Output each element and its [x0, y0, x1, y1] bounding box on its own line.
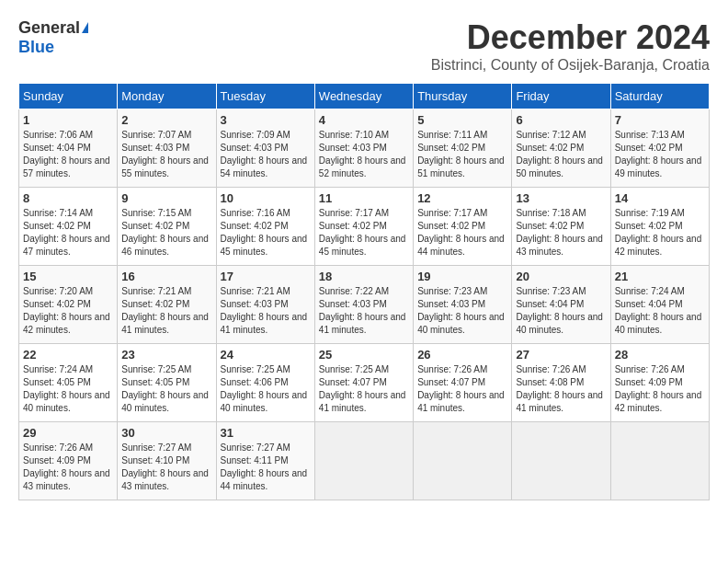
day-number: 17: [221, 270, 311, 283]
header-tuesday: Tuesday: [216, 84, 314, 109]
day-info: Sunrise: 7:24 AMSunset: 4:04 PMDaylight:…: [615, 286, 702, 335]
day-info: Sunrise: 7:26 AMSunset: 4:08 PMDaylight:…: [516, 364, 603, 413]
day-cell-2: 2 Sunrise: 7:07 AMSunset: 4:03 PMDayligh…: [118, 109, 216, 188]
day-cell-29: 29 Sunrise: 7:26 AMSunset: 4:09 PMDaylig…: [19, 422, 118, 500]
header-saturday: Saturday: [610, 84, 709, 109]
day-info: Sunrise: 7:20 AMSunset: 4:02 PMDaylight:…: [23, 286, 110, 335]
day-number: 26: [417, 348, 507, 362]
day-info: Sunrise: 7:26 AMSunset: 4:09 PMDaylight:…: [23, 442, 110, 491]
empty-cell: [512, 422, 610, 500]
day-number: 6: [516, 113, 606, 127]
day-info: Sunrise: 7:14 AMSunset: 4:02 PMDaylight:…: [23, 208, 110, 257]
day-cell-13: 13 Sunrise: 7:18 AMSunset: 4:02 PMDaylig…: [512, 188, 610, 266]
day-info: Sunrise: 7:11 AMSunset: 4:02 PMDaylight:…: [417, 130, 505, 178]
empty-cell: [610, 422, 709, 500]
day-info: Sunrise: 7:25 AMSunset: 4:06 PMDaylight:…: [221, 364, 308, 413]
day-info: Sunrise: 7:25 AMSunset: 4:07 PMDaylight:…: [319, 364, 406, 413]
day-cell-1: 1 Sunrise: 7:06 AMSunset: 4:04 PMDayligh…: [19, 109, 118, 188]
day-cell-7: 7 Sunrise: 7:13 AMSunset: 4:02 PMDayligh…: [610, 109, 709, 188]
day-info: Sunrise: 7:23 AMSunset: 4:04 PMDaylight:…: [516, 286, 603, 335]
logo-blue: Blue: [18, 38, 54, 57]
day-info: Sunrise: 7:16 AMSunset: 4:02 PMDaylight:…: [221, 208, 308, 257]
day-info: Sunrise: 7:24 AMSunset: 4:05 PMDaylight:…: [23, 364, 110, 413]
day-number: 12: [417, 191, 507, 205]
day-cell-25: 25 Sunrise: 7:25 AMSunset: 4:07 PMDaylig…: [314, 344, 413, 422]
day-info: Sunrise: 7:10 AMSunset: 4:03 PMDaylight:…: [319, 130, 406, 178]
header-monday: Monday: [118, 84, 216, 109]
day-info: Sunrise: 7:12 AMSunset: 4:02 PMDaylight:…: [516, 130, 603, 178]
day-info: Sunrise: 7:19 AMSunset: 4:02 PMDaylight:…: [615, 208, 702, 257]
week-row-1: 1 Sunrise: 7:06 AMSunset: 4:04 PMDayligh…: [19, 109, 710, 188]
day-cell-24: 24 Sunrise: 7:25 AMSunset: 4:06 PMDaylig…: [216, 344, 314, 422]
day-info: Sunrise: 7:23 AMSunset: 4:03 PMDaylight:…: [417, 286, 505, 335]
day-number: 9: [121, 191, 211, 205]
header: General Blue December 2024 Bistrinci, Co…: [18, 18, 710, 74]
week-row-4: 22 Sunrise: 7:24 AMSunset: 4:05 PMDaylig…: [19, 344, 710, 422]
day-number: 30: [121, 426, 211, 440]
location-title: Bistrinci, County of Osijek-Baranja, Cro…: [431, 57, 710, 74]
day-cell-8: 8 Sunrise: 7:14 AMSunset: 4:02 PMDayligh…: [19, 188, 118, 266]
day-number: 31: [221, 426, 311, 440]
day-number: 11: [319, 191, 409, 205]
day-number: 21: [615, 270, 705, 283]
day-info: Sunrise: 7:26 AMSunset: 4:07 PMDaylight:…: [417, 364, 505, 413]
empty-cell: [414, 422, 512, 500]
day-info: Sunrise: 7:26 AMSunset: 4:09 PMDaylight:…: [615, 364, 702, 413]
day-number: 22: [23, 348, 113, 362]
day-number: 1: [23, 113, 113, 127]
day-info: Sunrise: 7:06 AMSunset: 4:04 PMDaylight:…: [23, 130, 110, 178]
day-cell-17: 17 Sunrise: 7:21 AMSunset: 4:03 PMDaylig…: [216, 266, 314, 344]
week-row-2: 8 Sunrise: 7:14 AMSunset: 4:02 PMDayligh…: [19, 188, 710, 266]
day-number: 28: [615, 348, 705, 362]
day-number: 24: [221, 348, 311, 362]
day-info: Sunrise: 7:09 AMSunset: 4:03 PMDaylight:…: [221, 130, 308, 178]
day-cell-15: 15 Sunrise: 7:20 AMSunset: 4:02 PMDaylig…: [19, 266, 118, 344]
day-info: Sunrise: 7:27 AMSunset: 4:10 PMDaylight:…: [121, 442, 209, 491]
day-cell-20: 20 Sunrise: 7:23 AMSunset: 4:04 PMDaylig…: [512, 266, 610, 344]
day-number: 14: [615, 191, 705, 205]
day-cell-16: 16 Sunrise: 7:21 AMSunset: 4:02 PMDaylig…: [118, 266, 216, 344]
logo: General Blue: [18, 18, 88, 57]
day-number: 27: [516, 348, 606, 362]
day-number: 4: [319, 113, 409, 127]
day-cell-22: 22 Sunrise: 7:24 AMSunset: 4:05 PMDaylig…: [19, 344, 118, 422]
day-number: 18: [319, 270, 409, 283]
day-number: 19: [417, 270, 507, 283]
day-cell-3: 3 Sunrise: 7:09 AMSunset: 4:03 PMDayligh…: [216, 109, 314, 188]
day-info: Sunrise: 7:17 AMSunset: 4:02 PMDaylight:…: [319, 208, 406, 257]
day-info: Sunrise: 7:13 AMSunset: 4:02 PMDaylight:…: [615, 130, 702, 178]
day-cell-19: 19 Sunrise: 7:23 AMSunset: 4:03 PMDaylig…: [414, 266, 512, 344]
day-info: Sunrise: 7:17 AMSunset: 4:02 PMDaylight:…: [417, 208, 505, 257]
day-info: Sunrise: 7:21 AMSunset: 4:02 PMDaylight:…: [121, 286, 209, 335]
day-number: 20: [516, 270, 606, 283]
day-number: 29: [23, 426, 113, 440]
day-number: 8: [23, 191, 113, 205]
day-number: 10: [221, 191, 311, 205]
week-row-5: 29 Sunrise: 7:26 AMSunset: 4:09 PMDaylig…: [19, 422, 710, 500]
day-cell-31: 31 Sunrise: 7:27 AMSunset: 4:11 PMDaylig…: [216, 422, 314, 500]
day-number: 23: [121, 348, 211, 362]
day-cell-21: 21 Sunrise: 7:24 AMSunset: 4:04 PMDaylig…: [610, 266, 709, 344]
day-number: 5: [417, 113, 507, 127]
week-row-3: 15 Sunrise: 7:20 AMSunset: 4:02 PMDaylig…: [19, 266, 710, 344]
empty-cell: [314, 422, 413, 500]
day-info: Sunrise: 7:27 AMSunset: 4:11 PMDaylight:…: [221, 442, 308, 491]
day-cell-23: 23 Sunrise: 7:25 AMSunset: 4:05 PMDaylig…: [118, 344, 216, 422]
day-number: 7: [615, 113, 705, 127]
header-row: SundayMondayTuesdayWednesdayThursdayFrid…: [19, 84, 710, 109]
logo-general: General: [18, 18, 80, 38]
month-title: December 2024: [431, 18, 710, 57]
day-cell-5: 5 Sunrise: 7:11 AMSunset: 4:02 PMDayligh…: [414, 109, 512, 188]
day-cell-26: 26 Sunrise: 7:26 AMSunset: 4:07 PMDaylig…: [414, 344, 512, 422]
day-info: Sunrise: 7:25 AMSunset: 4:05 PMDaylight:…: [121, 364, 209, 413]
day-number: 16: [121, 270, 211, 283]
day-cell-28: 28 Sunrise: 7:26 AMSunset: 4:09 PMDaylig…: [610, 344, 709, 422]
day-cell-6: 6 Sunrise: 7:12 AMSunset: 4:02 PMDayligh…: [512, 109, 610, 188]
calendar-table: SundayMondayTuesdayWednesdayThursdayFrid…: [18, 83, 710, 500]
title-area: December 2024 Bistrinci, County of Osije…: [431, 18, 710, 74]
day-info: Sunrise: 7:18 AMSunset: 4:02 PMDaylight:…: [516, 208, 603, 257]
day-info: Sunrise: 7:21 AMSunset: 4:03 PMDaylight:…: [221, 286, 308, 335]
header-friday: Friday: [512, 84, 610, 109]
day-cell-4: 4 Sunrise: 7:10 AMSunset: 4:03 PMDayligh…: [314, 109, 413, 188]
header-thursday: Thursday: [414, 84, 512, 109]
